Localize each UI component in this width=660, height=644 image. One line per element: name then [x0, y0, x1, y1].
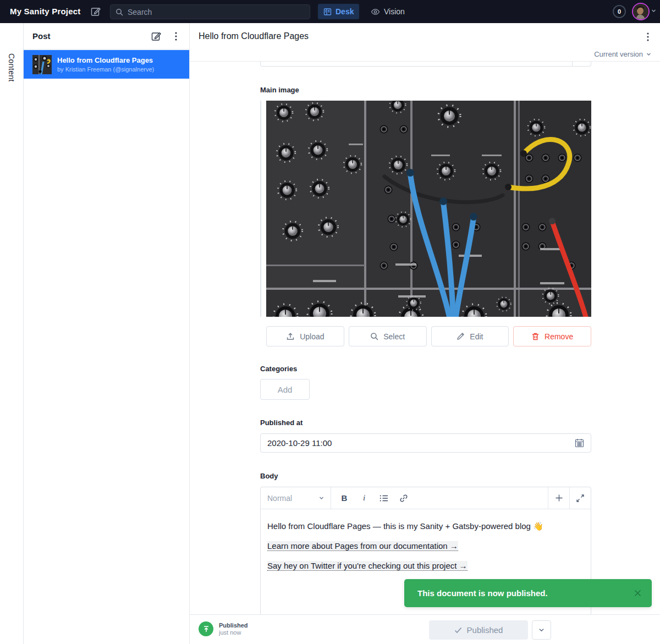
main-image-label: Main image	[260, 86, 299, 94]
post-item-title: Hello from Cloudflare Pages	[57, 56, 154, 65]
publish-toast: This document is now published.	[404, 579, 652, 607]
fullscreen-button[interactable]	[569, 487, 591, 509]
search-icon	[370, 332, 378, 340]
post-item-subtitle: by Kristian Freeman (@signalnerve)	[57, 65, 154, 73]
document-title: Hello from Cloudflare Pages	[199, 31, 309, 41]
publish-actions-chevron[interactable]	[532, 620, 551, 640]
tab-vision[interactable]: Vision	[365, 4, 410, 19]
content-rail-label[interactable]: Content	[7, 53, 16, 82]
document-menu-icon[interactable]	[644, 31, 652, 43]
remove-button[interactable]: Remove	[513, 326, 591, 346]
top-navbar: My Sanity Project Search Desk Vision 0	[0, 0, 660, 23]
bold-button[interactable]: B	[336, 490, 353, 507]
chevron-down-icon	[319, 496, 324, 500]
post-list-menu-icon[interactable]	[172, 30, 180, 42]
chevron-down-icon	[646, 52, 651, 57]
search-icon	[116, 8, 123, 16]
body-paragraph[interactable]: Hello from Cloudflare Pages — this is my…	[267, 520, 584, 532]
published-at-value: 2020-10-29 11:00	[267, 438, 575, 448]
badge-count: 0	[618, 8, 621, 15]
compose-icon[interactable]	[90, 6, 101, 17]
tab-desk-label: Desk	[336, 7, 354, 16]
publish-status: Published	[219, 622, 248, 629]
main-image-preview[interactable]	[266, 101, 591, 317]
plus-icon	[555, 494, 563, 502]
trash-icon	[531, 332, 540, 341]
new-document-icon[interactable]	[151, 31, 162, 42]
body-label: Body	[260, 472, 278, 480]
slug-field-partial[interactable]	[260, 62, 591, 67]
upload-button[interactable]: Upload	[266, 326, 344, 346]
link-icon	[399, 494, 408, 503]
bullet-list-icon	[380, 494, 388, 502]
publish-time: just now	[219, 629, 248, 636]
tab-vision-label: Vision	[384, 7, 405, 16]
post-item-text: Hello from Cloudflare Pages by Kristian …	[57, 56, 154, 73]
eye-icon	[371, 8, 380, 16]
tab-desk[interactable]: Desk	[318, 4, 359, 19]
select-button[interactable]: Select	[349, 326, 427, 346]
post-list-item-selected[interactable]: Hello from Cloudflare Pages by Kristian …	[24, 50, 189, 79]
upload-icon	[286, 332, 295, 341]
text-style-value: Normal	[267, 494, 292, 503]
body-link-twitter[interactable]: Say hey on Twitter if you're checking ou…	[267, 561, 468, 571]
avatar-chevron-down-icon[interactable]	[651, 8, 656, 13]
change-indicator-bar	[260, 101, 261, 317]
post-list-title: Post	[32, 31, 51, 41]
project-title: My Sanity Project	[10, 0, 80, 23]
edit-button[interactable]: Edit	[431, 326, 509, 346]
image-button-row: Upload Select Edit Remove	[266, 326, 591, 346]
post-list-header: Post	[24, 23, 189, 49]
link-button[interactable]	[395, 490, 413, 507]
published-at-label: Published at	[260, 419, 302, 427]
document-pane: Hello from Cloudflare Pages Current vers…	[190, 23, 660, 644]
body-toolbar: Normal B i	[261, 487, 591, 509]
avatar[interactable]	[632, 3, 650, 20]
add-category-button[interactable]: Add	[260, 379, 310, 400]
sanity-studio: My Sanity Project Search Desk Vision 0	[0, 0, 660, 644]
text-style-select[interactable]: Normal	[261, 487, 331, 509]
toolbar-right	[548, 487, 591, 509]
pencil-icon	[457, 332, 465, 340]
search-placeholder: Search	[128, 8, 152, 16]
content-rail: Content	[0, 23, 24, 644]
format-buttons: B i	[331, 487, 548, 509]
desk-icon	[323, 8, 332, 16]
chevron-down-icon	[538, 627, 544, 633]
version-label: Current version	[594, 50, 643, 58]
post-thumbnail	[32, 55, 52, 74]
insert-block-button[interactable]	[548, 487, 569, 509]
calendar-icon[interactable]	[575, 438, 584, 448]
version-selector[interactable]: Current version	[594, 50, 651, 58]
italic-button[interactable]: i	[355, 490, 373, 507]
published-at-input[interactable]: 2020-10-29 11:00	[260, 433, 591, 453]
categories-label: Categories	[260, 365, 297, 373]
document-footer: Published just now Published	[190, 614, 660, 644]
expand-icon	[576, 494, 584, 502]
publish-status-chip: Published just now	[199, 621, 248, 636]
notifications-badge[interactable]: 0	[613, 5, 626, 18]
body-link-documentation[interactable]: Learn more about Pages from our document…	[267, 541, 458, 551]
published-icon	[199, 621, 213, 636]
toast-message: This document is now published.	[417, 588, 634, 598]
toast-close-icon[interactable]	[634, 589, 642, 597]
publish-status-text: Published just now	[219, 622, 248, 636]
search-input[interactable]: Search	[110, 4, 310, 19]
bullet-list-button[interactable]	[375, 490, 393, 507]
document-header: Hello from Cloudflare Pages Current vers…	[190, 23, 660, 62]
post-list-pane: Post Hello from Cloudflare Pages by Kris…	[24, 23, 190, 644]
check-icon	[454, 627, 462, 634]
publish-button[interactable]: Published	[429, 620, 528, 640]
